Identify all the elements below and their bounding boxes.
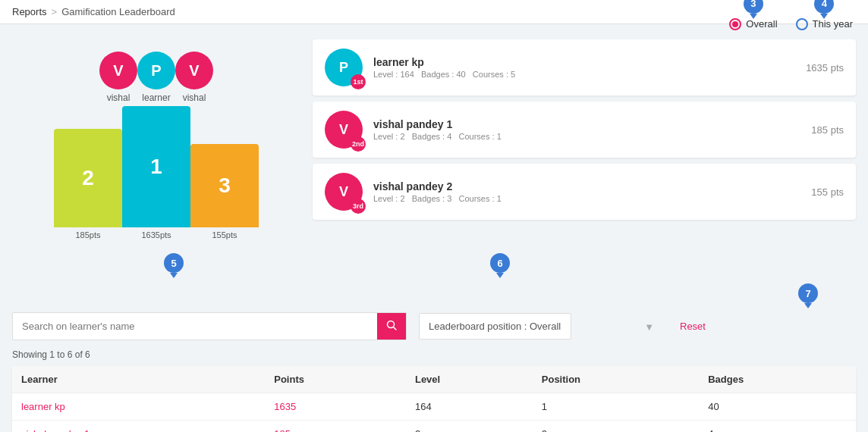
leader-info-3: vishal pandey 2 Level : 2 Badges : 3 Cou… <box>373 180 800 203</box>
leader-meta-2: Level : 2 Badges : 4 Courses : 1 <box>373 132 800 141</box>
filter-select-wrapper: Leaderboard position : Overall This year… <box>419 313 662 340</box>
cell-position-2: 2 <box>533 421 699 433</box>
leader-pts-2: 185 pts <box>811 124 844 136</box>
leader-pts-1: 1635 pts <box>806 62 844 74</box>
annotation-bubble-5: 5 <box>164 253 184 273</box>
breadcrumb: Reports > Gamification Leaderboard <box>12 6 175 17</box>
annotation-5-wrapper: 5 <box>164 253 184 273</box>
search-button[interactable] <box>377 313 406 340</box>
breadcrumb-separator: > <box>52 6 58 17</box>
rank-badge-1: 1st <box>351 74 366 89</box>
search-input[interactable] <box>13 314 377 339</box>
leader-name-2: vishal pandey 1 <box>373 118 800 130</box>
leader-info-1: learner kp Level : 164 Badges : 40 Cours… <box>373 56 795 79</box>
pts-2nd: 185pts <box>54 227 122 239</box>
leader-card-3: V 3rd vishal pandey 2 Level : 2 Badges :… <box>313 164 856 220</box>
cell-level-1: 164 <box>406 393 533 421</box>
podium-section: V vishal P learner V vishal 2 1 3 185pts… <box>12 36 300 239</box>
rank-badge-2: 2nd <box>351 136 366 152</box>
annotation-bubble-4: 4 <box>814 0 834 14</box>
rank-badge-3: 3rd <box>351 199 366 214</box>
podium-person-3rd: V vishal <box>175 52 213 106</box>
reset-button[interactable]: Reset <box>674 321 712 332</box>
col-level: Level <box>406 366 533 393</box>
leader-name-1: learner kp <box>373 56 795 68</box>
table-row: learner kp 1635 164 1 40 <box>12 393 856 421</box>
pts-3rd: 155pts <box>190 227 259 239</box>
avatar-2nd: V <box>99 52 137 89</box>
annotation-bubble-3: 3 <box>744 0 763 14</box>
search-box <box>12 312 407 340</box>
leader-pts-3: 155 pts <box>811 186 844 198</box>
leader-info-2: vishal pandey 1 Level : 2 Badges : 4 Cou… <box>373 118 800 141</box>
breadcrumb-current: Gamification Leaderboard <box>61 6 175 17</box>
podium-bars: 2 1 3 <box>54 106 259 227</box>
leader-name-3: vishal pandey 2 <box>373 180 800 193</box>
period-radio-group: 3 Overall 4 This year <box>729 0 853 30</box>
cell-points-2: 185 <box>265 421 406 433</box>
avatar-name-3rd: vishal <box>183 92 206 103</box>
main-content: V vishal P learner V vishal 2 1 3 185pts… <box>0 24 868 252</box>
pts-1st: 1635pts <box>122 227 190 239</box>
cell-level-2: 2 <box>406 421 533 433</box>
cell-learner-1: learner kp <box>12 393 265 421</box>
col-position: Position <box>533 366 699 393</box>
cell-position-1: 1 <box>533 393 699 421</box>
top-bar: Reports > Gamification Leaderboard 3 Ove… <box>0 0 868 24</box>
breadcrumb-reports[interactable]: Reports <box>12 6 47 17</box>
table-row: vishal pandey 1 185 2 2 4 <box>12 421 856 433</box>
radio-this-year-circle <box>796 18 808 30</box>
leader-avatar-wrapper-2: V 2nd <box>325 111 363 149</box>
cell-learner-2: vishal pandey 1 <box>12 421 265 433</box>
radio-this-year-label: This year <box>813 18 853 30</box>
search-filter-row: Leaderboard position : Overall This year… <box>12 282 856 340</box>
col-learner: Learner <box>12 366 265 393</box>
col-points: Points <box>265 366 406 393</box>
leader-card-1: P 1st learner kp Level : 164 Badges : 40… <box>313 39 856 95</box>
data-table: Learner Points Level Position Badges lea… <box>12 366 856 432</box>
cell-badges-1: 40 <box>699 393 856 421</box>
podium-points: 185pts 1635pts 155pts <box>54 227 259 239</box>
svg-line-1 <box>394 327 397 330</box>
cell-badges-2: 4 <box>699 421 856 433</box>
table-header-row: Learner Points Level Position Badges <box>12 366 856 393</box>
radio-overall[interactable]: Overall <box>729 18 777 30</box>
radio-this-year[interactable]: This year <box>796 18 853 30</box>
bottom-section: 5 6 7 Leaderboard position <box>0 252 868 432</box>
leader-avatar-wrapper-3: V 3rd <box>325 173 363 211</box>
leader-meta-3: Level : 2 Badges : 3 Courses : 1 <box>373 194 800 203</box>
showing-text: Showing 1 to 6 of 6 <box>12 349 856 360</box>
bar-1st: 1 <box>122 106 190 227</box>
leader-card-2: V 2nd vishal pandey 1 Level : 2 Badges :… <box>313 102 856 158</box>
avatar-name-1st: learner <box>142 92 170 103</box>
avatar-1st: P <box>137 52 175 89</box>
bar-3rd: 3 <box>190 144 259 227</box>
radio-overall-circle <box>729 18 741 30</box>
cell-points-1: 1635 <box>265 393 406 421</box>
chevron-down-icon: ▼ <box>644 321 654 332</box>
bar-2nd: 2 <box>54 129 122 227</box>
filter-select[interactable]: Leaderboard position : Overall This year <box>419 313 571 340</box>
search-icon <box>386 320 397 330</box>
avatar-name-2nd: vishal <box>107 92 131 103</box>
leaderboard-section: P 1st learner kp Level : 164 Badges : 40… <box>313 36 856 239</box>
podium-person-1st: P learner <box>137 52 175 106</box>
leader-meta-1: Level : 164 Badges : 40 Courses : 5 <box>373 70 795 79</box>
podium-person-2nd: V vishal <box>99 52 137 106</box>
annotation-6-wrapper: 6 <box>490 253 510 273</box>
col-badges: Badges <box>699 366 856 393</box>
annotation-bubble-6: 6 <box>490 253 510 273</box>
radio-overall-label: Overall <box>746 18 777 30</box>
podium-avatars: V vishal P learner V vishal <box>99 52 213 106</box>
leader-avatar-wrapper-1: P 1st <box>325 49 363 86</box>
avatar-3rd: V <box>175 52 213 89</box>
